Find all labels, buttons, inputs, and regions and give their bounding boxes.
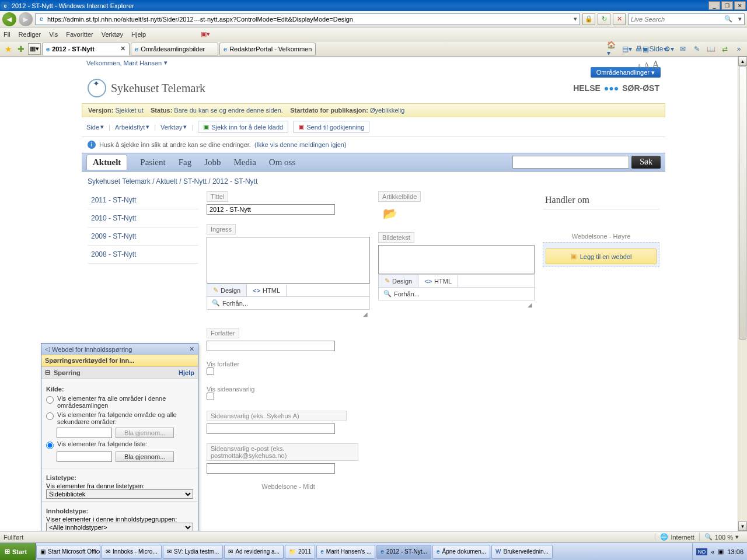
sync-icon[interactable]: ⇄ xyxy=(719,43,731,55)
search-box[interactable]: 🔍 ▾ xyxy=(628,13,745,25)
toolpane-close-icon[interactable]: ✕ xyxy=(189,345,194,353)
address-bar[interactable]: e ▾ xyxy=(35,13,580,25)
crumb-0[interactable]: Sykehuset Telemark xyxy=(88,177,151,186)
text-size-picker[interactable]: AAA xyxy=(635,59,659,71)
resize-handle-icon[interactable]: ◢ xyxy=(378,300,535,309)
nav-omoss[interactable]: Om oss xyxy=(269,158,295,167)
refresh-button[interactable]: ↻ xyxy=(598,13,610,25)
menu-tools[interactable]: Verktøy xyxy=(102,31,123,38)
forward-button[interactable]: ► xyxy=(19,12,33,26)
nav-fag[interactable]: Fag xyxy=(179,158,192,167)
site-logo[interactable]: Sykehuset Telemark xyxy=(88,79,205,97)
back-button[interactable]: ◄ xyxy=(2,12,16,26)
edit-icon[interactable]: ✎ xyxy=(691,43,703,55)
taskbar-item-8[interactable]: WBrukerveilednin... xyxy=(491,545,553,559)
status-link[interactable]: Bare du kan se og endre denne siden. xyxy=(174,107,283,114)
checkin-button[interactable]: ▣Sjekk inn for å dele kladd xyxy=(198,121,288,133)
maximize-button[interactable]: ❐ xyxy=(721,1,733,10)
source-radio-list[interactable] xyxy=(46,442,54,449)
resize-handle-icon[interactable]: ◢ xyxy=(207,310,370,318)
site-path-input[interactable] xyxy=(57,428,112,438)
welcome-user[interactable]: Velkommen, Marit Hansen xyxy=(86,60,162,66)
user-dropdown-icon[interactable]: ▾ xyxy=(164,59,167,66)
stop-button[interactable]: ✕ xyxy=(613,13,626,25)
content-query-toolpane[interactable]: ◁ Webdel for innholdsspørring ✕ Spørring… xyxy=(41,343,198,531)
source-radio-site[interactable] xyxy=(46,412,54,420)
rte-html-tab-2[interactable]: <>HTML xyxy=(418,275,458,287)
taskbar-item-6[interactable]: e2012 - ST-Nyt... xyxy=(376,545,431,559)
zoom-control[interactable]: 🔍100 % ▾ xyxy=(699,533,743,541)
rte-html-tab[interactable]: <>HTML xyxy=(247,285,287,296)
nav-media[interactable]: Media xyxy=(234,158,256,167)
rte-preview-btn-2[interactable]: 🔍Forhån... xyxy=(378,288,535,300)
subnav-0[interactable]: 2011 - ST-Nytt xyxy=(88,191,198,209)
source-radio-all[interactable] xyxy=(46,396,54,404)
favorites-star-icon[interactable]: ★ xyxy=(2,43,14,55)
browse-list-button[interactable]: Bla gjennom... xyxy=(116,452,174,462)
taskbar-item-5[interactable]: eMarit Hansen's ... xyxy=(316,545,375,559)
scroll-thumb[interactable] xyxy=(739,66,746,340)
tools-icon[interactable]: ⚙▾ xyxy=(663,43,675,55)
research-icon[interactable]: 📖 xyxy=(705,43,717,55)
tb-tools[interactable]: Verktøy ▾ xyxy=(160,123,187,131)
show-resp-checkbox[interactable] xyxy=(207,393,214,400)
crumb-3[interactable]: 2012 - ST-Nytt xyxy=(212,177,257,186)
language-indicator[interactable]: NO xyxy=(696,548,708,555)
version-link[interactable]: Sjekket ut xyxy=(115,107,143,114)
startdate-link[interactable]: Øyeblikkelig xyxy=(370,107,404,114)
content-type-group-select[interactable]: <Alle innholdstyper> xyxy=(46,523,193,531)
title-input[interactable] xyxy=(207,204,335,215)
browse-site-button[interactable]: Bla gjennom... xyxy=(116,428,174,438)
quick-tabs-button[interactable]: ▦▾ xyxy=(28,43,41,55)
image-picker-icon[interactable]: 📂 xyxy=(378,204,402,223)
list-path-input[interactable] xyxy=(57,452,112,462)
live-search-input[interactable] xyxy=(629,16,721,23)
taskbar-item-4[interactable]: 📁2011 xyxy=(285,545,315,559)
tab-close-icon[interactable]: ✕ xyxy=(120,45,125,52)
section-toggle-icon[interactable]: ⊟ xyxy=(45,369,50,376)
search-icon[interactable]: 🔍 xyxy=(721,15,736,23)
add-webpart-button[interactable]: ▣ Legg til en webdel xyxy=(546,249,657,264)
tray-icon[interactable]: ▣ xyxy=(718,548,724,555)
site-search-button[interactable]: Søk xyxy=(631,156,661,169)
nav-aktuelt[interactable]: Aktuelt xyxy=(86,155,127,170)
home-icon[interactable]: 🏠▾ xyxy=(607,43,619,55)
expand-icon[interactable]: » xyxy=(733,43,745,55)
ingress-editor[interactable] xyxy=(207,237,370,284)
tray-expand-icon[interactable]: « xyxy=(711,548,714,555)
menu-help[interactable]: Hjelp xyxy=(131,31,146,38)
system-tray[interactable]: NO « ▣ 13:06 xyxy=(692,543,747,560)
subnav-1[interactable]: 2010 - ST-Nytt xyxy=(88,209,198,228)
rte-design-tab[interactable]: ✎Design xyxy=(207,284,247,296)
mail-icon[interactable]: ✉ xyxy=(677,43,689,55)
help-link[interactable]: Hjelp xyxy=(179,369,194,376)
menu-favorites[interactable]: Favoritter xyxy=(66,31,93,38)
menu-view[interactable]: Vis xyxy=(49,31,58,38)
pdf-icon[interactable]: ▣▾ xyxy=(201,30,210,38)
tab-2[interactable]: e RedaktørPortal - Velkommen xyxy=(219,43,316,55)
address-input[interactable] xyxy=(47,16,571,23)
toolpane-collapse-icon[interactable]: ◁ xyxy=(45,345,50,353)
send-approval-button[interactable]: ▣Send til godkjenning xyxy=(293,121,369,133)
page-resp-input[interactable] xyxy=(207,424,335,434)
taskbar-item-2[interactable]: ✉SV: Lydia testm... xyxy=(163,545,224,559)
show-author-checkbox[interactable] xyxy=(207,368,214,375)
page-menu[interactable]: ▣ Side ▾ xyxy=(649,43,661,55)
taskbar-item-1[interactable]: ✉Innboks - Micro... xyxy=(102,545,162,559)
scroll-down-icon[interactable]: ▼ xyxy=(738,522,747,531)
add-favorite-icon[interactable]: ✚ xyxy=(15,43,27,55)
subnav-2[interactable]: 2009 - ST-Nytt xyxy=(88,228,198,246)
crumb-2[interactable]: ST-Nytt xyxy=(183,177,207,186)
list-type-select[interactable]: Sidebibliotek xyxy=(46,489,193,499)
tb-page[interactable]: Side ▾ xyxy=(86,123,104,131)
search-dropdown-icon[interactable]: ▾ xyxy=(736,15,744,23)
close-button[interactable]: ✕ xyxy=(734,1,746,10)
subnav-3[interactable]: 2008 - ST-Nytt xyxy=(88,246,198,264)
minimize-button[interactable]: _ xyxy=(708,1,720,10)
ssl-lock-icon[interactable]: 🔒 xyxy=(582,13,595,25)
menu-edit[interactable]: Rediger xyxy=(19,31,41,38)
tab-1[interactable]: e Områdesamlingsbilder xyxy=(131,43,218,55)
page-resp-email-input[interactable] xyxy=(207,463,335,474)
menu-file[interactable]: Fil xyxy=(4,31,11,38)
caption-editor[interactable] xyxy=(378,245,535,274)
